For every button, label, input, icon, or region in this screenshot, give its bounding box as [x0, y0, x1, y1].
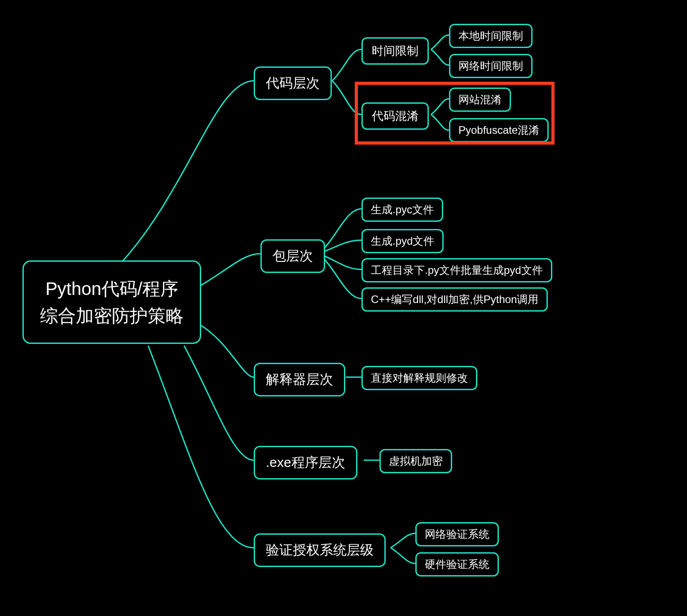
node-time-limit[interactable]: 时间限制 [361, 37, 429, 65]
leaf-cpp-dll[interactable]: C++编写dll,对dll加密,供Python调用 [361, 287, 548, 312]
node-label: 生成.pyc文件 [371, 202, 434, 217]
branch-package-level[interactable]: 包层次 [260, 239, 325, 273]
node-label: 工程目录下.py文件批量生成pyd文件 [371, 263, 543, 277]
node-code-obfuscation[interactable]: 代码混淆 [361, 102, 429, 130]
leaf-interpreter-rule[interactable]: 直接对解释规则修改 [361, 366, 477, 390]
leaf-batch-pyd[interactable]: 工程目录下.py文件批量生成pyd文件 [361, 258, 552, 282]
node-label: 网站混淆 [458, 92, 502, 107]
branch-label: .exe程序层次 [266, 453, 345, 472]
node-label: 虚拟机加密 [389, 454, 443, 468]
branch-label: 验证授权系统层级 [266, 541, 374, 559]
leaf-network-time[interactable]: 网络时间限制 [449, 54, 533, 78]
node-label: 直接对解释规则修改 [371, 371, 468, 385]
branch-interpreter-level[interactable]: 解释器层次 [254, 363, 345, 396]
branch-label: 包层次 [273, 247, 313, 265]
leaf-pyobfuscate[interactable]: Pyobfuscate混淆 [449, 118, 549, 142]
branch-label: 解释器层次 [266, 370, 333, 389]
leaf-vm-encrypt[interactable]: 虚拟机加密 [379, 449, 452, 473]
leaf-pyc[interactable]: 生成.pyc文件 [361, 198, 443, 222]
root-line1: Python代码/程序 [40, 275, 184, 302]
leaf-website-obfuscation[interactable]: 网站混淆 [449, 88, 511, 112]
branch-label: 代码层次 [266, 74, 320, 92]
node-label: 网络时间限制 [458, 59, 523, 73]
node-label: Pyobfuscate混淆 [458, 123, 539, 137]
node-label: 硬件验证系统 [425, 557, 489, 572]
node-label: 生成.pyd文件 [371, 234, 434, 248]
leaf-pyd[interactable]: 生成.pyd文件 [361, 229, 444, 253]
branch-auth-level[interactable]: 验证授权系统层级 [254, 533, 386, 567]
node-label: 时间限制 [372, 43, 418, 59]
node-label: 代码混淆 [372, 108, 418, 124]
branch-code-level[interactable]: 代码层次 [254, 66, 332, 100]
leaf-hardware-auth[interactable]: 硬件验证系统 [415, 552, 499, 576]
root-node[interactable]: Python代码/程序 综合加密防护策略 [22, 260, 201, 344]
node-label: 网络验证系统 [425, 527, 489, 541]
node-label: 本地时间限制 [458, 29, 523, 43]
root-line2: 综合加密防护策略 [40, 302, 184, 329]
leaf-local-time[interactable]: 本地时间限制 [449, 24, 533, 48]
leaf-network-auth[interactable]: 网络验证系统 [415, 522, 499, 546]
branch-exe-level[interactable]: .exe程序层次 [254, 446, 357, 480]
node-label: C++编写dll,对dll加密,供Python调用 [371, 292, 538, 307]
